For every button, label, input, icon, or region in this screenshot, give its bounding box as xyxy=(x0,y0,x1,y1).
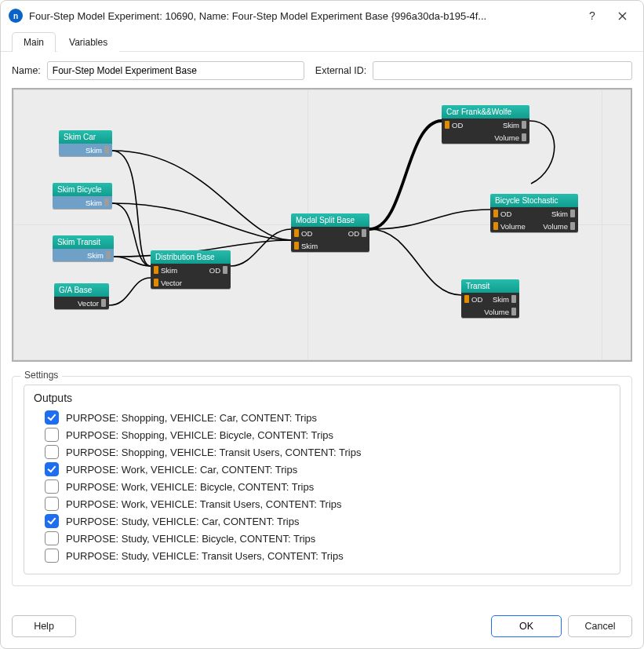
settings-group: Settings Outputs PURPOSE: Shopping, VEHI… xyxy=(12,376,632,586)
node-port-row: ODOD xyxy=(291,227,369,239)
output-checkbox[interactable] xyxy=(45,497,59,511)
node-port-row: VolumeVolume xyxy=(490,220,578,232)
output-checkbox[interactable] xyxy=(45,549,59,563)
port-out-label: Volume xyxy=(543,222,568,231)
port-out-label: Skim xyxy=(493,295,509,304)
port-out-icon[interactable] xyxy=(570,210,575,217)
name-input[interactable] xyxy=(47,61,304,80)
output-row: PURPOSE: Shopping, VEHICLE: Bicycle, CON… xyxy=(34,426,610,443)
node-port-row: Skim xyxy=(291,239,369,252)
output-label: PURPOSE: Shopping, VEHICLE: Car, CONTENT… xyxy=(66,412,317,424)
tab-main[interactable]: Main xyxy=(12,32,56,52)
output-label: PURPOSE: Study, VEHICLE: Car, CONTENT: T… xyxy=(66,516,299,527)
port-in-icon[interactable] xyxy=(464,295,469,303)
output-label: PURPOSE: Work, VEHICLE: Car, CONTENT: Tr… xyxy=(66,464,297,476)
output-label: PURPOSE: Work, VEHICLE: Transit Users, C… xyxy=(66,498,342,510)
port-in-icon[interactable] xyxy=(154,266,158,274)
port-out-icon[interactable] xyxy=(570,222,575,230)
port-in-icon[interactable] xyxy=(294,242,299,250)
outputs-title: Outputs xyxy=(34,392,610,404)
output-row: PURPOSE: Work, VEHICLE: Bicycle, CONTENT… xyxy=(34,478,610,495)
output-checkbox[interactable] xyxy=(45,531,59,545)
node-title: Bicycle Stochastic xyxy=(490,194,578,207)
settings-legend: Settings xyxy=(20,370,62,381)
port-in-icon[interactable] xyxy=(493,210,498,217)
port-out-label: OD xyxy=(348,229,359,238)
graph-canvas[interactable]: Skim CarSkimSkim BicycleSkimSkim Transit… xyxy=(12,88,632,362)
output-checkbox[interactable] xyxy=(45,428,59,442)
node-body: Vector xyxy=(54,297,109,309)
port-in-label: Skim xyxy=(161,266,177,275)
node-bicycle-stoch[interactable]: Bicycle StochasticODSkimVolumeVolume xyxy=(490,194,578,232)
port-in-label: Vector xyxy=(161,279,182,287)
port-out-icon[interactable] xyxy=(106,251,111,259)
port-out-icon[interactable] xyxy=(223,266,227,274)
node-title: Car Frank&&Wolfe xyxy=(442,105,529,118)
output-label: PURPOSE: Shopping, VEHICLE: Transit User… xyxy=(66,447,361,458)
dialog-footer: Help OK Cancel xyxy=(1,607,643,648)
cancel-button[interactable]: Cancel xyxy=(568,615,632,637)
node-port-row: Volume xyxy=(442,131,529,144)
port-out-label: Volume xyxy=(484,308,509,316)
node-skim-car[interactable]: Skim CarSkim xyxy=(59,130,112,156)
port-out-icon[interactable] xyxy=(362,229,366,237)
node-body: SkimODVector xyxy=(151,264,231,289)
tab-variables[interactable]: Variables xyxy=(57,32,119,52)
node-skim-transit[interactable]: Skim TransitSkim xyxy=(53,235,114,261)
port-out-icon[interactable] xyxy=(511,308,516,315)
port-out-label: Vector xyxy=(78,299,99,308)
node-port-row: Skim xyxy=(53,196,112,209)
port-in-icon[interactable] xyxy=(493,222,498,230)
port-in-icon[interactable] xyxy=(445,121,449,129)
output-row: PURPOSE: Work, VEHICLE: Car, CONTENT: Tr… xyxy=(34,461,610,478)
node-transit[interactable]: TransitODSkimVolume xyxy=(461,279,519,318)
node-title: Modal Split Base xyxy=(291,213,369,227)
node-port-row: Skim xyxy=(53,249,114,261)
output-label: PURPOSE: Work, VEHICLE: Bicycle, CONTENT… xyxy=(66,481,314,493)
node-car-fw[interactable]: Car Frank&&WolfeODSkimVolume xyxy=(442,105,529,144)
close-icon[interactable] xyxy=(610,6,634,25)
ok-button[interactable]: OK xyxy=(491,615,562,637)
port-out-label: OD xyxy=(209,266,220,275)
node-port-row: ODSkim xyxy=(461,293,519,305)
external-id-input[interactable] xyxy=(373,61,632,80)
port-in-label: OD xyxy=(452,121,463,129)
help-icon[interactable]: ? xyxy=(580,6,604,25)
output-checkbox[interactable] xyxy=(45,514,59,528)
port-out-label: Skim xyxy=(86,146,102,155)
help-button[interactable]: Help xyxy=(12,615,76,637)
node-skim-bicycle[interactable]: Skim BicycleSkim xyxy=(53,183,112,209)
port-in-icon[interactable] xyxy=(154,279,158,286)
output-label: PURPOSE: Study, VEHICLE: Bicycle, CONTEN… xyxy=(66,533,315,545)
node-modal-split[interactable]: Modal Split BaseODODSkim xyxy=(291,213,369,252)
port-out-icon[interactable] xyxy=(104,146,109,154)
node-port-row: Vector xyxy=(54,297,109,309)
port-out-icon[interactable] xyxy=(101,299,106,307)
node-distribution[interactable]: Distribution BaseSkimODVector xyxy=(151,250,231,289)
port-out-label: Skim xyxy=(551,210,568,218)
port-out-icon[interactable] xyxy=(511,295,516,303)
port-in-label: OD xyxy=(471,295,482,304)
output-checkbox[interactable] xyxy=(45,479,59,494)
name-row: Name: External ID: xyxy=(12,61,632,80)
window-title: Four-Step Model Experiment: 10690, Name:… xyxy=(29,10,574,22)
output-row: PURPOSE: Study, VEHICLE: Bicycle, CONTEN… xyxy=(34,530,610,547)
port-in-icon[interactable] xyxy=(294,229,299,237)
port-out-icon[interactable] xyxy=(522,133,526,141)
output-row: PURPOSE: Shopping, VEHICLE: Transit User… xyxy=(34,443,610,461)
node-port-row: Volume xyxy=(461,305,519,318)
node-title: Skim Car xyxy=(59,130,112,144)
output-checkbox[interactable] xyxy=(45,410,59,425)
outputs-box: Outputs PURPOSE: Shopping, VEHICLE: Car,… xyxy=(24,385,620,574)
dialog-window: n Four-Step Model Experiment: 10690, Nam… xyxy=(0,0,644,649)
node-body: Skim xyxy=(59,144,112,156)
node-body: Skim xyxy=(53,196,112,209)
port-out-icon[interactable] xyxy=(104,199,109,206)
node-ga-base[interactable]: G/A BaseVector xyxy=(54,283,109,309)
port-out-icon[interactable] xyxy=(522,121,526,129)
output-checkbox[interactable] xyxy=(45,445,59,459)
output-row: PURPOSE: Study, VEHICLE: Car, CONTENT: T… xyxy=(34,512,610,530)
output-checkbox[interactable] xyxy=(45,462,59,476)
node-title: G/A Base xyxy=(54,283,109,297)
port-in-label: OD xyxy=(301,229,312,238)
